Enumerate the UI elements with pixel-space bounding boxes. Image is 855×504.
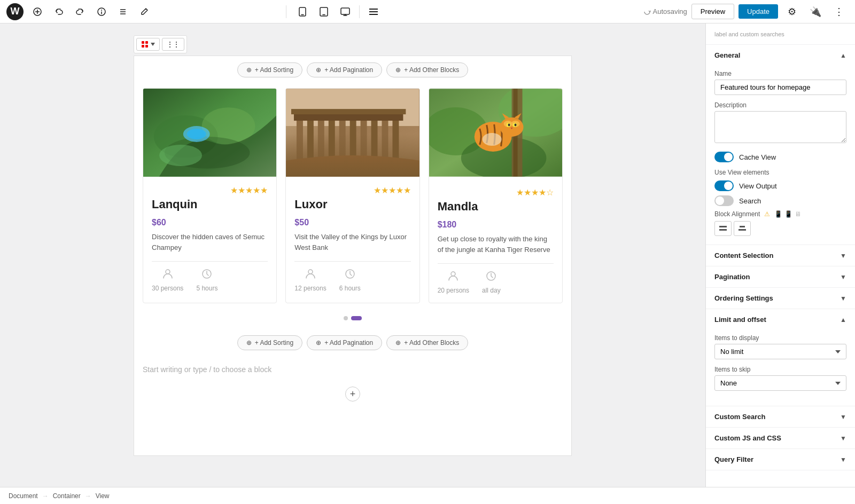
alignment-label: Block Alignment ⚠ 📱 📱 🖥 <box>714 210 846 218</box>
sidebar-top-hint: label and custom searches <box>714 31 784 37</box>
desktop-icon: 🖥 <box>795 210 801 218</box>
custom-js-css-chevron: ▼ <box>840 435 846 442</box>
add-circle-button[interactable]: + <box>345 387 360 401</box>
card-desc-mandla: Get up close to royalty with the king of… <box>438 234 554 255</box>
add-sorting-button-top[interactable]: ⊕ + Add Sorting <box>237 62 302 77</box>
limit-offset-header[interactable]: Limit and offset ▲ <box>706 309 855 330</box>
card-title-lanquin: Lanquin <box>152 198 268 211</box>
card-body-mandla: ★★★★☆ Mandla $180 Get up close to royalt… <box>429 179 562 303</box>
svg-rect-19 <box>142 41 144 44</box>
items-to-skip-select[interactable]: None <box>714 375 846 391</box>
clock-icon <box>201 268 213 282</box>
svg-rect-37 <box>339 118 346 161</box>
card-rating-lanquin: ★★★★★ <box>152 185 268 195</box>
tablet-view-button[interactable] <box>314 2 333 21</box>
add-pagination-button-bottom[interactable]: ⊕ + Add Pagination <box>307 335 382 350</box>
svg-rect-41 <box>382 118 388 161</box>
view-toggle-button[interactable] <box>364 2 383 21</box>
more-button[interactable]: ⋮ <box>829 2 849 21</box>
editor-area[interactable]: ⋮⋮ ▲ ⠿ ▼ ⊕ + Add Sorting ⊕ + Add <box>0 23 705 487</box>
sidebar-section-pagination: Pagination ▼ <box>706 266 855 288</box>
wp-logo[interactable]: W <box>6 3 24 20</box>
redo-button[interactable] <box>71 2 90 21</box>
svg-rect-65 <box>719 226 727 227</box>
plus-icon-bottom-3: ⊕ <box>395 339 401 346</box>
description-label: Description <box>714 101 846 109</box>
sidebar-section-custom-js-css: Custom JS and CSS ▼ <box>706 428 855 449</box>
custom-search-header[interactable]: Custom Search ▼ <box>706 406 855 427</box>
dot-1[interactable] <box>344 316 348 320</box>
view-output-toggle[interactable] <box>714 180 734 191</box>
align-wide-button[interactable] <box>734 221 751 236</box>
card-persons-mandla: 20 persons <box>438 270 469 294</box>
undo-button[interactable] <box>49 2 68 21</box>
dot-2-active[interactable] <box>351 316 362 320</box>
card-price-mandla: $180 <box>438 220 554 230</box>
svg-point-60 <box>508 124 510 127</box>
edit-button[interactable] <box>135 2 154 21</box>
query-filter-chevron: ▼ <box>840 456 846 463</box>
write-placeholder[interactable]: Start writing or type / to choose a bloc… <box>134 357 571 382</box>
settings-button[interactable]: ⚙ <box>782 2 802 21</box>
tour-card-mandla[interactable]: ★★★★☆ Mandla $180 Get up close to royalt… <box>429 88 563 303</box>
svg-rect-67 <box>740 226 745 227</box>
content-selection-chevron: ▼ <box>840 252 846 259</box>
query-filter-header[interactable]: Query Filter ▼ <box>706 449 855 470</box>
add-other-blocks-button-top[interactable]: ⊕ + Add Other Blocks <box>386 62 468 77</box>
items-to-display-select[interactable]: No limit <box>714 344 846 359</box>
breadcrumb-view[interactable]: View <box>96 492 110 500</box>
svg-point-55 <box>500 117 523 137</box>
svg-point-28 <box>187 129 206 139</box>
breadcrumb-container[interactable]: Container <box>53 492 81 500</box>
tour-card-luxor[interactable]: ★★★★★ Luxor $50 Visit the Valley of the … <box>285 88 419 303</box>
search-toggle[interactable] <box>714 195 734 206</box>
general-chevron: ▲ <box>840 52 846 59</box>
svg-rect-36 <box>329 118 335 161</box>
breadcrumb-document[interactable]: Document <box>9 492 38 500</box>
block-more-options[interactable]: ⋮⋮ <box>162 38 184 51</box>
mobile-view-button[interactable] <box>293 2 312 21</box>
plugins-button[interactable]: 🔌 <box>806 2 825 21</box>
pagination-header[interactable]: Pagination ▼ <box>706 266 855 287</box>
description-field-group: Description <box>714 101 846 145</box>
tour-card-lanquin[interactable]: ★★★★★ Lanquin $60 Discover the hidden ca… <box>143 88 277 303</box>
preview-button[interactable]: Preview <box>691 4 734 19</box>
svg-point-46 <box>308 270 313 274</box>
add-block-button[interactable] <box>28 2 47 21</box>
cache-view-label: Cache View <box>739 153 776 161</box>
bottom-bar: Document → Container → View <box>0 487 855 504</box>
add-sorting-button-bottom[interactable]: ⊕ + Add Sorting <box>237 335 302 350</box>
plus-icon-bottom-1: ⊕ <box>246 339 252 346</box>
block-type-button[interactable] <box>136 38 160 51</box>
info-button[interactable] <box>92 2 111 21</box>
card-meta-lanquin: 30 persons 5 hours <box>152 268 268 292</box>
plus-icon: ⊕ <box>246 66 252 74</box>
cache-view-toggle-row: Cache View <box>714 152 846 162</box>
svg-rect-33 <box>297 118 303 161</box>
general-section-header[interactable]: General ▲ <box>706 45 855 66</box>
desktop-view-button[interactable] <box>336 2 355 21</box>
align-full-button[interactable] <box>714 221 732 236</box>
list-view-button[interactable] <box>113 2 133 21</box>
svg-point-62 <box>482 133 501 146</box>
ordering-settings-header[interactable]: Ordering Settings ▼ <box>706 288 855 309</box>
svg-rect-13 <box>341 8 349 14</box>
name-input[interactable] <box>714 80 846 95</box>
content-selection-header[interactable]: Content Selection ▼ <box>706 245 855 266</box>
update-button[interactable]: Update <box>739 4 778 19</box>
person-icon-luxor <box>305 268 316 282</box>
card-title-luxor: Luxor <box>294 198 410 211</box>
add-pagination-button-top[interactable]: ⊕ + Add Pagination <box>307 62 382 77</box>
toolbar-right: Autosaving Preview Update ⚙ 🔌 ⋮ <box>643 2 849 21</box>
add-other-blocks-button-bottom[interactable]: ⊕ + Add Other Blocks <box>386 335 468 350</box>
view-output-label: View Output <box>739 182 777 190</box>
cache-view-toggle[interactable] <box>714 152 734 162</box>
custom-js-css-header[interactable]: Custom JS and CSS ▼ <box>706 428 855 448</box>
description-textarea[interactable] <box>714 111 846 143</box>
svg-rect-22 <box>145 45 148 48</box>
card-desc-lanquin: Discover the hidden caves of Semuc Champ… <box>152 232 268 253</box>
card-duration-lanquin: 5 hours <box>196 268 217 292</box>
editor-canvas: ⊕ + Add Sorting ⊕ + Add Pagination ⊕ + A… <box>134 56 572 456</box>
ordering-settings-chevron: ▼ <box>840 295 846 302</box>
clock-icon-mandla <box>485 270 497 285</box>
